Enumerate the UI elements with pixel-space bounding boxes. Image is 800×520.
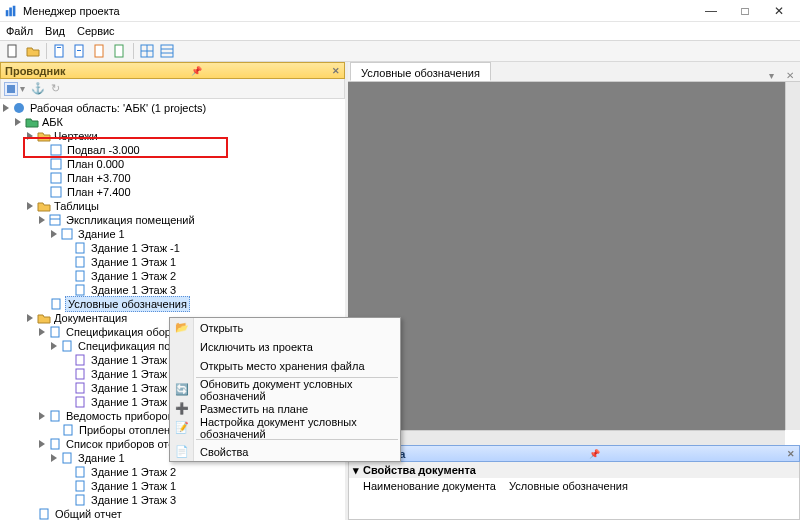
- toolbar: [0, 40, 800, 62]
- tree-item[interactable]: План 0.000: [67, 157, 124, 171]
- tab-close-icon[interactable]: ✕: [780, 70, 800, 81]
- tree-item[interactable]: Приборы отопления: [79, 423, 182, 437]
- svg-rect-5: [57, 47, 61, 48]
- tb-doc1-icon[interactable]: [51, 42, 69, 60]
- anchor-icon[interactable]: ⚓: [31, 82, 45, 95]
- svg-rect-22: [50, 215, 60, 225]
- tree-item[interactable]: План +3.700: [67, 171, 131, 185]
- svg-rect-29: [52, 299, 60, 309]
- collapse-icon[interactable]: ▾: [353, 464, 359, 477]
- tree-item[interactable]: Здание 1 Этаж 1: [91, 479, 176, 493]
- tab-symbols[interactable]: Условные обозначения: [350, 62, 491, 81]
- svg-rect-24: [62, 229, 72, 239]
- explorer-title-text: Проводник: [5, 65, 65, 77]
- svg-rect-41: [76, 481, 84, 491]
- project-icon: [25, 116, 39, 128]
- tb-doc2-icon[interactable]: [71, 42, 89, 60]
- symbols-icon: [50, 298, 64, 310]
- explorer-toolbar: ▾ ⚓ ↻: [0, 79, 345, 99]
- tb-grid2-icon[interactable]: [158, 42, 176, 60]
- svg-rect-27: [76, 271, 84, 281]
- twisty-icon[interactable]: [2, 104, 11, 113]
- ctx-settings[interactable]: 📝Настройка документ условных обозначений: [170, 418, 400, 437]
- svg-rect-26: [76, 257, 84, 267]
- tree-item[interactable]: Общий отчет: [55, 507, 122, 520]
- tree-drawings[interactable]: Чертежи: [54, 129, 98, 143]
- minimize-button[interactable]: —: [694, 1, 728, 21]
- tree-item[interactable]: Подвал -3.000: [67, 143, 140, 157]
- place-icon: ➕: [174, 401, 190, 417]
- menu-service[interactable]: Сервис: [77, 25, 115, 37]
- tb-open-icon[interactable]: [24, 42, 42, 60]
- svg-point-17: [14, 103, 24, 113]
- ctx-props[interactable]: 📄Свойства: [170, 442, 400, 461]
- svg-rect-34: [76, 383, 84, 393]
- tree-item[interactable]: Здание 1 Этаж 3: [91, 395, 176, 409]
- svg-rect-37: [64, 425, 72, 435]
- ctx-open[interactable]: 📂Открыть: [170, 318, 400, 337]
- props-key: Наименование документа: [349, 480, 509, 492]
- tree-item[interactable]: Здание 1 Этаж 3: [91, 283, 176, 297]
- svg-rect-19: [51, 159, 61, 169]
- menubar: Файл Вид Сервис: [0, 22, 800, 40]
- settings-icon: 📝: [174, 420, 190, 436]
- tree-item[interactable]: Здание 1: [78, 451, 125, 465]
- svg-rect-2: [13, 5, 16, 16]
- canvas: [348, 82, 800, 430]
- tb-sep: [46, 43, 47, 59]
- svg-rect-16: [7, 85, 15, 93]
- tree-mode-icon[interactable]: [4, 82, 18, 96]
- refresh-icon: 🔄: [174, 382, 190, 398]
- close-button[interactable]: ✕: [762, 1, 796, 21]
- tree-item[interactable]: Здание 1 Этаж 2: [91, 269, 176, 283]
- tab-dropdown-icon[interactable]: ▾: [763, 70, 780, 81]
- svg-rect-43: [40, 509, 48, 519]
- tree-item[interactable]: План +7.400: [67, 185, 131, 199]
- table-icon: [49, 214, 63, 226]
- tree-item[interactable]: Здание 1 Этаж 1: [91, 255, 176, 269]
- close-pane-icon[interactable]: ✕: [332, 66, 340, 76]
- tree-symbols-selected[interactable]: Условные обозначения: [65, 296, 190, 312]
- tree-item[interactable]: Здание 1 Этаж 2: [91, 381, 176, 395]
- tree-item[interactable]: Здание 1 Этаж 1: [91, 367, 176, 381]
- svg-rect-4: [55, 45, 63, 57]
- tb-new-icon[interactable]: [4, 42, 22, 60]
- tb-doc3-icon[interactable]: [91, 42, 109, 60]
- scrollbar-horizontal[interactable]: [348, 430, 785, 445]
- svg-rect-32: [76, 355, 84, 365]
- plan-icon: [50, 144, 64, 156]
- pin-icon[interactable]: 📌: [589, 449, 600, 459]
- tree-item[interactable]: Здание 1 Этаж 3: [91, 493, 176, 507]
- svg-rect-8: [95, 45, 103, 57]
- pin-icon[interactable]: 📌: [191, 66, 202, 76]
- tree-root[interactable]: Рабочая область: 'АБК' (1 projects): [30, 101, 206, 115]
- folder-icon: [37, 130, 51, 142]
- svg-rect-3: [8, 45, 16, 57]
- tree-item[interactable]: Здание 1: [78, 227, 125, 241]
- ctx-exclude[interactable]: Исключить из проекта: [170, 337, 400, 356]
- refresh-icon[interactable]: ↻: [51, 82, 60, 95]
- ctx-update[interactable]: 🔄Обновить документ условных обозначений: [170, 380, 400, 399]
- tb-sep: [133, 43, 134, 59]
- tree-item[interactable]: Здание 1 Этаж -1: [91, 241, 180, 255]
- close-pane-icon[interactable]: ✕: [787, 449, 795, 459]
- tree-item[interactable]: Здание 1 Этаж 2: [91, 465, 176, 479]
- tree-item[interactable]: Экспликация помещений: [66, 213, 195, 227]
- props-row: Наименование документа Условные обозначе…: [349, 478, 799, 494]
- props-value[interactable]: Условные обозначения: [509, 480, 628, 492]
- maximize-button[interactable]: □: [728, 1, 762, 21]
- props-group[interactable]: ▾ Свойства документа: [349, 462, 799, 478]
- tb-grid-icon[interactable]: [138, 42, 156, 60]
- tree-item[interactable]: Здание 1 Этаж -1: [91, 353, 180, 367]
- ctx-openloc[interactable]: Открыть место хранения файла: [170, 356, 400, 375]
- props-icon: 📄: [174, 444, 190, 460]
- tree-tables[interactable]: Таблицы: [54, 199, 99, 213]
- viewer-pane: Условные обозначения ▾ ✕ Свойства 📌 ✕ ▾ …: [348, 62, 800, 520]
- tree-project[interactable]: АБК: [42, 115, 63, 129]
- scrollbar-vertical[interactable]: [785, 82, 800, 430]
- svg-rect-9: [115, 45, 123, 57]
- menu-view[interactable]: Вид: [45, 25, 65, 37]
- menu-file[interactable]: Файл: [6, 25, 33, 37]
- tb-doc4-icon[interactable]: [111, 42, 129, 60]
- tree-docs[interactable]: Документация: [54, 311, 127, 325]
